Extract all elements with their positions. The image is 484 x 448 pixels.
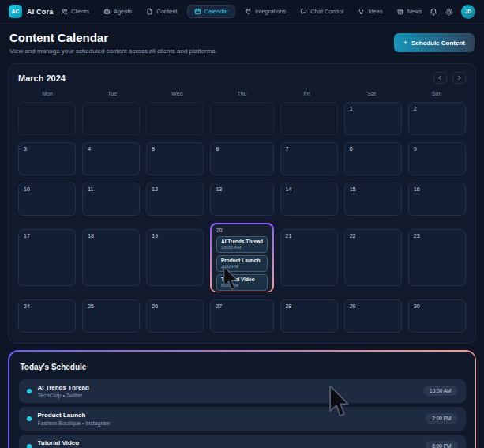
day-number: 24 bbox=[24, 303, 70, 309]
day-cell-17[interactable]: 17 bbox=[18, 229, 76, 286]
avatar[interactable]: JD bbox=[461, 5, 475, 19]
event-time: 2:00 PM bbox=[221, 264, 263, 269]
nav-item-agents[interactable]: Agents bbox=[99, 5, 137, 18]
day-cell-15[interactable]: 15 bbox=[344, 183, 402, 216]
event-chip[interactable]: Product Launch2:00 PM bbox=[216, 255, 268, 272]
day-number: 22 bbox=[350, 233, 396, 239]
day-cell-18[interactable]: 18 bbox=[82, 229, 140, 286]
day-number: 26 bbox=[152, 303, 198, 309]
status-dot-icon bbox=[27, 389, 32, 393]
calendar-panel: March 2024 MonTueWedThuFriSatSun 1234567… bbox=[8, 63, 476, 344]
day-cell-13[interactable]: 13 bbox=[210, 183, 273, 216]
weekday-header-row: MonTueWedThuFriSatSun bbox=[18, 91, 466, 96]
day-cell-23[interactable]: 23 bbox=[408, 229, 466, 286]
weekday-label: Sat bbox=[343, 91, 401, 96]
day-number: 19 bbox=[152, 233, 198, 239]
todays-schedule-panel: Today's Schedule AI Trends ThreadTechCor… bbox=[8, 350, 476, 448]
day-cell-28[interactable]: 28 bbox=[280, 299, 338, 333]
news-icon bbox=[397, 8, 404, 15]
day-cell-2[interactable]: 2 bbox=[408, 102, 466, 135]
day-cell-9[interactable]: 9 bbox=[408, 142, 466, 175]
day-number: 7 bbox=[286, 146, 332, 152]
nav-item-label: Calendar bbox=[204, 8, 228, 15]
schedule-item-client-platform: Fashion Boutique • Instagram bbox=[38, 420, 420, 426]
day-number: 17 bbox=[24, 233, 70, 239]
schedule-content-label: Schedule Content bbox=[411, 40, 465, 47]
calendar-icon bbox=[194, 8, 201, 15]
day-cell-3[interactable]: 3 bbox=[18, 142, 76, 175]
todays-schedule-title: Today's Schedule bbox=[21, 363, 466, 371]
day-cell-11[interactable]: 11 bbox=[82, 183, 140, 216]
day-cell-21[interactable]: 21 bbox=[280, 229, 338, 286]
day-cell-26[interactable]: 26 bbox=[146, 299, 204, 333]
day-cell-20[interactable]: 20AI Trends Thread10:00 AMProduct Launch… bbox=[212, 224, 272, 292]
day-cell-16[interactable]: 16 bbox=[408, 183, 466, 216]
nav-item-ideas[interactable]: Ideas bbox=[353, 5, 387, 18]
schedule-item-client-platform: TechCorp • Twitter bbox=[38, 393, 418, 398]
schedule-item-time-badge: 2:00 PM bbox=[426, 413, 457, 424]
empty-day-cell bbox=[280, 102, 338, 135]
nav-item-calendar[interactable]: Calendar bbox=[187, 5, 235, 18]
day-cell-7[interactable]: 7 bbox=[280, 142, 338, 175]
nav-item-integrations[interactable]: Integrations bbox=[240, 5, 291, 18]
day-cell-29[interactable]: 29 bbox=[344, 299, 402, 333]
day-cell-22[interactable]: 22 bbox=[344, 229, 402, 286]
schedule-list-item[interactable]: AI Trends ThreadTechCorp • Twitter10:00 … bbox=[19, 379, 466, 403]
day-number: 6 bbox=[216, 146, 268, 152]
event-time: 10:00 AM bbox=[221, 245, 263, 250]
page-subtitle: View and manage your scheduled content a… bbox=[9, 47, 217, 55]
weekday-label: Mon bbox=[18, 91, 77, 96]
chevron-right-icon bbox=[456, 75, 462, 81]
event-chip[interactable]: Tutorial Video6:00 PM bbox=[216, 274, 268, 291]
day-cell-27[interactable]: 27 bbox=[210, 299, 273, 333]
day-number: 25 bbox=[88, 303, 134, 309]
nav-item-chat-control[interactable]: Chat Control bbox=[295, 5, 348, 18]
schedule-list-item[interactable]: Tutorial VideoHealth & Wellness • TikTok… bbox=[19, 435, 466, 448]
event-chip[interactable]: AI Trends Thread10:00 AM bbox=[216, 236, 268, 253]
day-cell-6[interactable]: 6 bbox=[210, 142, 273, 175]
day-cell-4[interactable]: 4 bbox=[82, 142, 140, 175]
day-cell-14[interactable]: 14 bbox=[280, 183, 338, 216]
nav-item-label: Clients bbox=[71, 8, 89, 15]
day-cell-1[interactable]: 1 bbox=[344, 102, 402, 135]
day-cell-19[interactable]: 19 bbox=[146, 229, 204, 286]
day-number: 16 bbox=[414, 186, 460, 192]
event-time: 6:00 PM bbox=[221, 283, 263, 288]
lightbulb-icon bbox=[358, 8, 365, 15]
nav-item-label: News bbox=[407, 8, 422, 15]
day-number: 14 bbox=[286, 186, 332, 192]
nav-item-news[interactable]: News bbox=[392, 5, 427, 18]
weekday-label: Fri bbox=[278, 91, 336, 96]
chat-icon bbox=[300, 8, 307, 15]
prev-month-button[interactable] bbox=[433, 72, 447, 84]
day-number: 11 bbox=[88, 186, 134, 192]
day-cell-24[interactable]: 24 bbox=[18, 299, 76, 333]
calendar-header: March 2024 bbox=[18, 72, 466, 84]
weekday-label: Wed bbox=[148, 91, 206, 96]
day-cell-25[interactable]: 25 bbox=[82, 299, 140, 333]
todays-schedule-list: AI Trends ThreadTechCorp • Twitter10:00 … bbox=[19, 379, 466, 448]
gear-icon[interactable] bbox=[445, 8, 453, 16]
next-month-button[interactable] bbox=[452, 72, 466, 84]
day-cell-12[interactable]: 12 bbox=[146, 183, 204, 216]
nav-actions: JD bbox=[430, 5, 475, 19]
day-cell-10[interactable]: 10 bbox=[18, 183, 76, 216]
day-number: 8 bbox=[350, 146, 396, 152]
day-number: 29 bbox=[350, 303, 396, 309]
day-cell-30[interactable]: 30 bbox=[408, 299, 466, 333]
nav-item-content[interactable]: Content bbox=[141, 5, 182, 18]
day-number: 13 bbox=[216, 186, 268, 192]
day-cell-5[interactable]: 5 bbox=[146, 142, 204, 175]
bell-icon[interactable] bbox=[430, 8, 437, 16]
day-number: 30 bbox=[414, 303, 460, 309]
nav-item-clients[interactable]: Clients bbox=[56, 5, 94, 18]
schedule-item-title: Tutorial Video bbox=[38, 439, 420, 446]
weekday-label: Tue bbox=[83, 91, 141, 96]
event-title: Product Launch bbox=[221, 258, 263, 263]
day-cell-8[interactable]: 8 bbox=[344, 142, 402, 175]
day-number: 2 bbox=[414, 106, 460, 111]
schedule-content-button[interactable]: + Schedule Content bbox=[394, 33, 475, 52]
schedule-list-item[interactable]: Product LaunchFashion Boutique • Instagr… bbox=[19, 407, 466, 431]
highlighted-day-cell[interactable]: 20AI Trends Thread10:00 AMProduct Launch… bbox=[210, 223, 273, 292]
day-number: 20 bbox=[216, 228, 268, 233]
